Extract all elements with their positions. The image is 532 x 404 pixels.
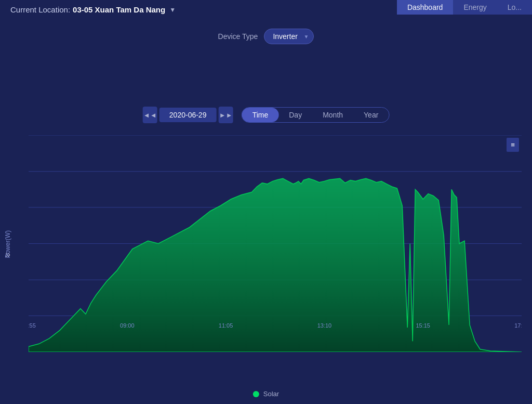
- svg-text:15:15: 15:15: [416, 322, 430, 329]
- tab-time[interactable]: Time: [242, 108, 279, 122]
- nav-dashboard[interactable]: Dashboard: [397, 0, 454, 15]
- nav-energy[interactable]: Energy: [453, 0, 497, 15]
- chart-legend: Solar: [253, 390, 279, 398]
- tab-day[interactable]: Day: [278, 108, 312, 122]
- chart-container: » Power(W) ≡ 0 500: [0, 135, 532, 373]
- legend-solar-dot: [253, 391, 259, 397]
- location-prefix: Current Location:: [10, 5, 70, 14]
- time-tabs: Time Day Month Year: [242, 107, 390, 123]
- date-controls: ◄◄ 2020-06-29 ►► Time Day Month Year: [143, 107, 390, 123]
- location-bar: Current Location: 03-05 Xuan Tam Da Nang…: [10, 5, 176, 14]
- device-type-row: Device Type Inverter Battery Meter: [0, 29, 532, 44]
- svg-text:06:55: 06:55: [29, 322, 36, 329]
- svg-text:09:00: 09:00: [120, 322, 134, 329]
- chart-svg: 0 500 750 1000 1250 1500 06:55 09:00 11:…: [29, 135, 522, 352]
- date-display: 2020-06-29: [159, 108, 217, 122]
- date-next-button[interactable]: ►►: [219, 107, 233, 123]
- chart-menu-button[interactable]: ≡: [507, 138, 519, 152]
- device-type-label: Device Type: [218, 32, 258, 41]
- y-axis-label: Power(W): [4, 230, 11, 258]
- location-name: 03-05 Xuan Tam Da Nang: [73, 5, 165, 14]
- tab-month[interactable]: Month: [312, 108, 353, 122]
- location-dropdown-icon[interactable]: ▼: [169, 6, 176, 14]
- top-nav: Dashboard Energy Lo...: [397, 0, 532, 15]
- date-prev-button[interactable]: ◄◄: [143, 107, 157, 123]
- chart-inner: ≡ 0 500 750 1000 1250: [29, 135, 522, 352]
- tab-year[interactable]: Year: [353, 108, 389, 122]
- device-type-select-wrapper: Inverter Battery Meter: [264, 29, 314, 44]
- nav-log[interactable]: Lo...: [497, 0, 532, 15]
- solar-area: [29, 178, 522, 352]
- svg-text:13:10: 13:10: [317, 322, 331, 329]
- device-type-select[interactable]: Inverter Battery Meter: [264, 29, 314, 44]
- legend-solar-label: Solar: [263, 390, 279, 398]
- svg-text:17:20: 17:20: [514, 322, 522, 329]
- svg-text:11:05: 11:05: [219, 322, 233, 329]
